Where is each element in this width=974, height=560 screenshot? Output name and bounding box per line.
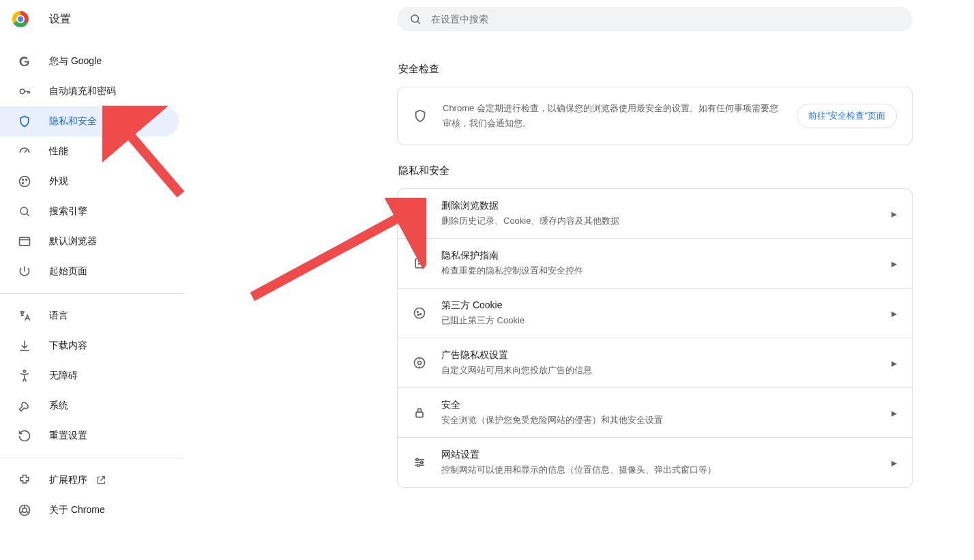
row-sub: 控制网站可以使用和显示的信息（位置信息、摄像头、弹出式窗口等） <box>441 464 891 476</box>
row-clear-browsing-data[interactable]: 删除浏览数据 删除历史记录、Cookie、缓存内容及其他数据 ▸ <box>398 189 912 238</box>
sidebar-separator <box>0 293 184 294</box>
sidebar-item-reset[interactable]: 重置设置 <box>0 421 179 451</box>
sidebar-item-about[interactable]: 关于 Chrome <box>0 495 179 525</box>
row-title: 删除浏览数据 <box>441 200 891 212</box>
sidebar-item-extensions[interactable]: 扩展程序 <box>0 465 179 495</box>
main-content: 安全检查 Chrome 会定期进行检查，以确保您的浏览器使用最安全的设置。如有任… <box>397 55 913 488</box>
svg-point-37 <box>416 458 418 460</box>
chevron-right-icon: ▸ <box>891 357 897 370</box>
shield-icon <box>413 108 428 123</box>
sidebar-item-label: 关于 Chrome <box>49 504 105 516</box>
sidebar-item-label: 无障碍 <box>49 370 78 382</box>
svg-rect-13 <box>20 237 30 246</box>
section-title-safety: 安全检查 <box>398 63 913 76</box>
svg-point-25 <box>415 308 425 319</box>
open-in-new-icon <box>95 475 106 486</box>
svg-point-8 <box>23 179 24 181</box>
row-security[interactable]: 安全 安全浏览（保护您免受危险网站的侵害）和其他安全设置 ▸ <box>398 387 912 437</box>
sidebar-item-label: 您与 Google <box>49 55 102 68</box>
sidebar-item-appearance[interactable]: 外观 <box>0 166 179 196</box>
svg-point-27 <box>420 314 422 315</box>
svg-point-10 <box>23 183 24 184</box>
sidebar-item-label: 搜索引擎 <box>49 205 87 218</box>
chrome-logo-icon <box>12 11 29 27</box>
palette-icon <box>18 175 31 188</box>
sidebar-item-autofill[interactable]: 自动填充和密码 <box>0 76 179 106</box>
sidebar-item-accessibility[interactable]: 无障碍 <box>0 361 179 391</box>
svg-point-11 <box>20 207 28 215</box>
shield-icon <box>18 115 31 128</box>
sidebar-item-search[interactable]: 搜索引擎 <box>0 196 179 226</box>
sidebar-item-label: 性能 <box>49 145 68 158</box>
row-sub: 删除历史记录、Cookie、缓存内容及其他数据 <box>441 215 891 227</box>
svg-point-7 <box>20 177 30 187</box>
row-sub: 已阻止第三方 Cookie <box>441 314 891 327</box>
row-sub: 检查重要的隐私控制设置和安全控件 <box>441 265 891 277</box>
key-icon <box>18 85 31 98</box>
svg-line-20 <box>20 512 23 514</box>
settings-search[interactable] <box>397 7 913 31</box>
power-icon <box>18 265 31 278</box>
safety-check-text: Chrome 会定期进行检查，以确保您的浏览器使用最安全的设置。如有任何事项需要… <box>443 101 782 131</box>
row-sub: 自定义网站可用来向您投放广告的信息 <box>441 364 891 377</box>
sidebar-item-privacy[interactable]: 隐私和安全 <box>0 106 179 136</box>
svg-line-1 <box>417 21 419 23</box>
sidebar-item-you-google[interactable]: 您与 Google <box>0 46 179 76</box>
svg-point-0 <box>411 15 419 23</box>
row-ads-privacy[interactable]: 广告隐私权设置 自定义网站可用来向您投放广告的信息 ▸ <box>398 338 912 387</box>
search-icon <box>409 13 422 25</box>
sidebar: 您与 Google 自动填充和密码 隐私和安全 性能 外观 搜索引擎 <box>0 38 184 525</box>
row-privacy-guide[interactable]: 隐私保护指南 检查重要的隐私控制设置和安全控件 ▸ <box>398 238 912 288</box>
google-g-icon <box>18 55 31 68</box>
svg-line-41 <box>252 210 413 297</box>
sidebar-item-label: 下载内容 <box>49 340 87 352</box>
row-title: 隐私保护指南 <box>441 250 891 262</box>
sidebar-item-system[interactable]: 系统 <box>0 391 179 421</box>
chevron-right-icon: ▸ <box>891 456 897 469</box>
row-third-party-cookies[interactable]: 第三方 Cookie 已阻止第三方 Cookie ▸ <box>398 288 912 338</box>
sidebar-item-label: 起始页面 <box>49 265 87 278</box>
privacy-list: 删除浏览数据 删除历史记录、Cookie、缓存内容及其他数据 ▸ 隐私保护指南 … <box>397 188 913 488</box>
chevron-right-icon: ▸ <box>891 207 897 220</box>
ads-icon <box>413 356 426 370</box>
sidebar-item-label: 系统 <box>49 400 68 412</box>
cookie-icon <box>413 306 426 320</box>
sidebar-item-label: 语言 <box>49 310 68 322</box>
svg-point-16 <box>23 370 25 372</box>
trash-icon <box>413 207 426 220</box>
speedometer-icon <box>18 145 31 158</box>
row-title: 网站设置 <box>441 449 891 461</box>
sidebar-item-downloads[interactable]: 下载内容 <box>0 331 179 361</box>
sidebar-item-label: 重置设置 <box>49 430 87 442</box>
safety-check-cta-button[interactable]: 前往"安全检查"页面 <box>797 104 897 128</box>
svg-point-2 <box>20 89 25 94</box>
guide-icon <box>413 256 426 270</box>
svg-point-28 <box>418 314 419 316</box>
svg-line-6 <box>25 150 27 153</box>
row-title: 广告隐私权设置 <box>441 349 891 362</box>
search-icon <box>18 205 31 218</box>
svg-point-9 <box>26 179 27 181</box>
sidebar-item-default-browser[interactable]: 默认浏览器 <box>0 226 179 256</box>
svg-point-30 <box>418 362 422 365</box>
chevron-right-icon: ▸ <box>891 257 897 270</box>
chevron-right-icon: ▸ <box>891 407 897 419</box>
search-input[interactable] <box>430 13 900 25</box>
svg-point-39 <box>417 465 419 467</box>
sidebar-item-label: 外观 <box>49 175 68 188</box>
row-site-settings[interactable]: 网站设置 控制网站可以使用和显示的信息（位置信息、摄像头、弹出式窗口等） ▸ <box>398 437 912 487</box>
svg-point-38 <box>421 462 423 464</box>
wrench-icon <box>18 399 31 413</box>
sidebar-item-label: 隐私和安全 <box>49 115 97 128</box>
chrome-outline-icon <box>18 503 31 517</box>
sidebar-item-startup[interactable]: 起始页面 <box>0 256 179 286</box>
sidebar-item-label: 自动填充和密码 <box>49 85 116 98</box>
sidebar-item-performance[interactable]: 性能 <box>0 136 179 166</box>
svg-rect-33 <box>416 412 423 417</box>
svg-line-12 <box>27 213 29 216</box>
app-title: 设置 <box>49 12 71 27</box>
sidebar-item-label: 扩展程序 <box>49 474 87 486</box>
translate-icon <box>18 309 31 323</box>
sidebar-separator <box>0 458 184 458</box>
sidebar-item-language[interactable]: 语言 <box>0 301 179 331</box>
